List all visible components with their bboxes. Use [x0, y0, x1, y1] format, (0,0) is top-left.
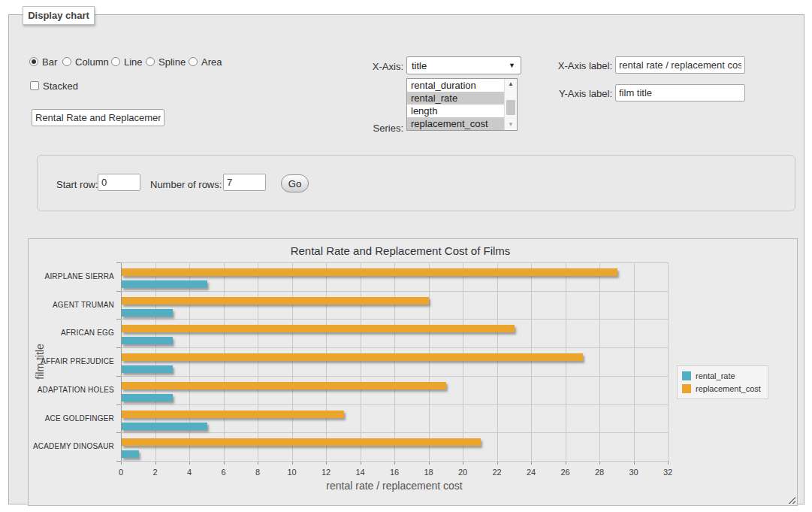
chart-type-radio-area[interactable]: Area — [189, 56, 222, 67]
radio-area-label: Area — [201, 56, 222, 68]
chart-legend: rental_rate replacement_cost — [677, 365, 768, 399]
radio-bar-icon[interactable] — [29, 57, 38, 66]
scroll-up-icon[interactable]: ▲ — [505, 79, 517, 89]
x-axis-label-label: X-Axis label: — [545, 60, 612, 71]
bar-replacement_cost[interactable] — [122, 411, 344, 418]
bar-rental_rate[interactable] — [122, 394, 173, 401]
radio-column-label: Column — [75, 56, 109, 68]
bar-replacement_cost[interactable] — [122, 353, 583, 361]
gridline-v — [531, 262, 532, 461]
y-tick — [116, 404, 121, 405]
series-option-replacement-cost[interactable]: replacement_cost — [407, 117, 504, 130]
bar-rental_rate[interactable] — [122, 365, 173, 373]
bar-replacement_cost[interactable] — [122, 268, 617, 276]
x-axis-select[interactable]: title ▼ — [406, 56, 521, 74]
gridline-v — [463, 262, 463, 461]
x-tick-label: 14 — [342, 468, 379, 477]
y-tick — [116, 432, 121, 433]
gridline-v — [634, 262, 635, 461]
y-tick — [116, 319, 121, 320]
bar-rental_rate[interactable] — [122, 423, 207, 430]
gridline-v — [497, 262, 498, 461]
chart-title-input[interactable] — [32, 109, 165, 126]
start-row-input[interactable] — [98, 174, 140, 191]
series-option-rental-rate[interactable]: rental_rate — [407, 92, 504, 105]
y-tick — [116, 347, 121, 348]
radio-line-icon[interactable] — [111, 57, 120, 66]
number-of-rows-label: Number of rows: — [150, 179, 222, 190]
gridline-v — [326, 262, 327, 461]
gridline-h — [121, 461, 668, 462]
gridline-h — [121, 262, 668, 263]
x-tick-label: 10 — [273, 468, 311, 477]
radio-line-label: Line — [124, 56, 143, 68]
category-label: ACE GOLDFINGER — [29, 404, 114, 433]
legend-item-replacement-cost[interactable]: replacement_cost — [682, 382, 761, 395]
radio-spline-icon[interactable] — [146, 57, 155, 66]
scroll-down-icon[interactable]: ▼ — [505, 120, 517, 130]
gridline-v — [566, 262, 566, 461]
bar-replacement_cost[interactable] — [122, 438, 481, 446]
chart-type-radio-bar[interactable]: Bar — [29, 56, 57, 67]
gridline-v — [258, 262, 258, 461]
category-label: AIRPLANE SIERRA — [29, 262, 114, 291]
bar-rental_rate[interactable] — [122, 337, 173, 344]
x-tick-label: 0 — [102, 468, 140, 477]
chart-canvas[interactable]: Rental Rate and Replacement Cost of Film… — [28, 238, 798, 506]
series-listbox[interactable]: rental_duration rental_rate length repla… — [406, 78, 518, 131]
bar-replacement_cost[interactable] — [122, 297, 429, 304]
bar-replacement_cost[interactable] — [122, 382, 446, 389]
chevron-down-icon: ▼ — [509, 62, 515, 69]
bar-replacement_cost[interactable] — [122, 325, 515, 332]
legend-label: rental_rate — [696, 371, 735, 380]
bar-rental_rate[interactable] — [122, 450, 139, 458]
gridline-v — [394, 262, 395, 461]
series-option-rental-duration[interactable]: rental_duration — [407, 79, 504, 92]
category-label: AGENT TRUMAN — [29, 291, 114, 320]
y-tick — [116, 262, 121, 263]
gridline-v — [155, 262, 156, 461]
radio-spline-label: Spline — [158, 56, 186, 68]
resize-handle-icon[interactable] — [787, 495, 795, 504]
stacked-checkbox[interactable] — [30, 81, 39, 90]
legend-item-rental-rate[interactable]: rental_rate — [682, 369, 761, 382]
listbox-scrollbar[interactable]: ▲ ▼ — [504, 79, 517, 130]
y-axis-label-label: Y-Axis label: — [545, 88, 612, 99]
bar-rental_rate[interactable] — [122, 309, 173, 317]
x-tick-label: 2 — [137, 468, 174, 477]
x-tick-label: 26 — [547, 468, 584, 477]
bar-rental_rate[interactable] — [122, 280, 207, 288]
stacked-checkbox-row[interactable]: Stacked — [30, 80, 78, 91]
x-tick-label: 6 — [205, 468, 243, 477]
number-of-rows-input[interactable] — [223, 174, 266, 191]
radio-bar-label: Bar — [42, 56, 57, 68]
x-tick-label: 28 — [581, 468, 618, 477]
rental-rate-swatch-icon — [682, 371, 691, 380]
x-tick-label: 22 — [478, 468, 516, 477]
radio-column-icon[interactable] — [62, 57, 71, 66]
gridline-v — [599, 262, 600, 461]
gridline-v — [292, 262, 293, 461]
radio-area-icon[interactable] — [189, 57, 198, 66]
gridline-v — [189, 262, 190, 461]
scrollbar-thumb[interactable] — [506, 100, 515, 115]
x-axis-label-input[interactable] — [615, 56, 745, 74]
chart-type-radio-line[interactable]: Line — [111, 56, 143, 67]
category-label: ADAPTATION HOLES — [29, 376, 114, 404]
category-label: AFRICAN EGG — [29, 319, 114, 347]
chart-type-radio-spline[interactable]: Spline — [146, 56, 186, 67]
y-axis-label-input[interactable] — [615, 84, 745, 101]
x-tick-label: 20 — [444, 468, 481, 477]
series-select-label: Series: — [351, 123, 403, 134]
go-button[interactable]: Go — [281, 174, 309, 192]
chart-type-radio-column[interactable]: Column — [62, 56, 109, 67]
x-tick — [668, 461, 669, 465]
replacement-cost-swatch-icon — [682, 384, 691, 393]
gridline-v — [224, 262, 225, 461]
series-option-length[interactable]: length — [407, 105, 504, 117]
x-axis-select-label: X-Axis: — [351, 61, 403, 72]
gridline-v — [668, 262, 669, 461]
category-label: AFFAIR PREJUDICE — [29, 347, 114, 376]
page: Display chart Bar Column Line Spline Are… — [0, 0, 812, 512]
gridline-h — [121, 404, 668, 405]
